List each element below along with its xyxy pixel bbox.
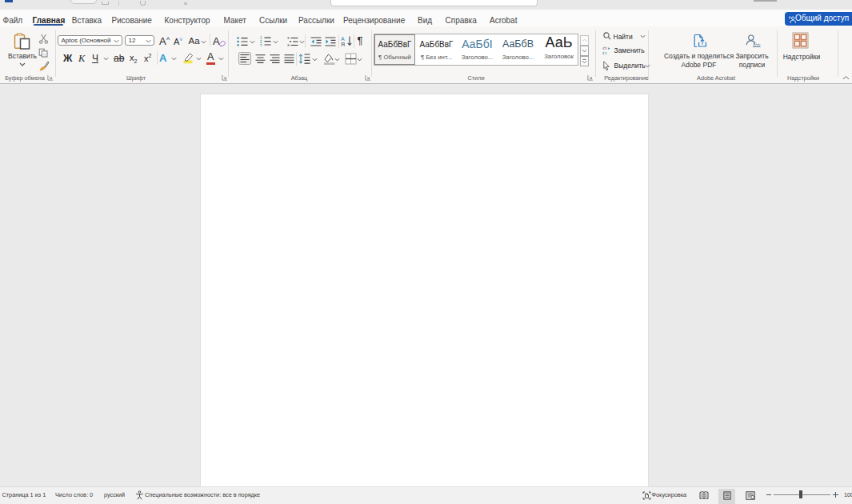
svg-text:А: А: [341, 36, 345, 42]
svg-text:b: b: [605, 46, 607, 50]
svg-text:3: 3: [260, 44, 262, 47]
svg-text:c: c: [605, 51, 607, 54]
svg-text:Я: Я: [341, 42, 345, 47]
